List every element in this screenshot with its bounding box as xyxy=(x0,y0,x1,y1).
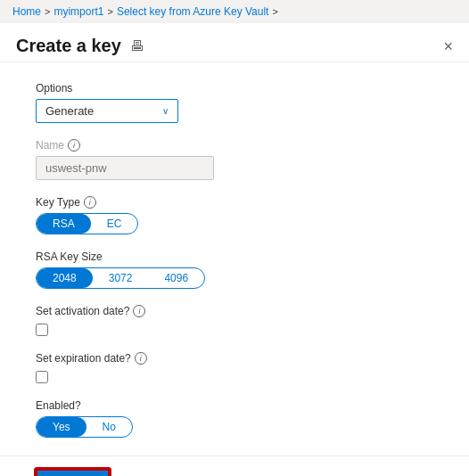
create-button[interactable]: Create xyxy=(36,469,110,476)
breadcrumb-sep-3: > xyxy=(272,6,277,17)
expiration-date-info-icon[interactable]: i xyxy=(135,352,147,365)
title-row: Create a key 🖶 xyxy=(16,36,144,56)
enabled-field: Enabled? Yes No xyxy=(36,399,433,438)
activation-date-checkbox[interactable] xyxy=(36,324,48,336)
rsa-key-size-toggle-group: 2048 3072 4096 xyxy=(36,267,205,289)
panel-body: Options Generate ∨ Name i Key Type i RSA… xyxy=(0,62,469,455)
activation-date-field: Set activation date? i xyxy=(36,305,433,336)
print-icon[interactable]: 🖶 xyxy=(130,38,144,54)
key-type-label: Key Type i xyxy=(36,196,433,209)
options-value: Generate xyxy=(45,104,94,118)
rsa-key-size-label: RSA Key Size xyxy=(36,250,433,263)
create-key-panel: Home > myimport1 > Select key from Azure… xyxy=(0,0,469,476)
panel-header: Create a key 🖶 × xyxy=(0,23,469,62)
expiration-date-field: Set expiration date? i xyxy=(36,352,433,383)
name-info-icon[interactable]: i xyxy=(68,139,80,152)
breadcrumb-select-key[interactable]: Select key from Azure Key Vault xyxy=(117,5,269,18)
breadcrumb-sep-1: > xyxy=(45,6,50,17)
options-dropdown[interactable]: Generate ∨ xyxy=(36,99,178,123)
breadcrumb-myimport[interactable]: myimport1 xyxy=(53,5,103,18)
activation-date-checkbox-wrap xyxy=(36,324,433,336)
name-input[interactable] xyxy=(36,156,214,180)
key-type-toggle-group: RSA EC xyxy=(36,213,138,234)
key-type-info-icon[interactable]: i xyxy=(84,196,96,209)
key-type-field: Key Type i RSA EC xyxy=(36,196,433,234)
breadcrumb-home[interactable]: Home xyxy=(12,5,41,18)
chevron-down-icon: ∨ xyxy=(162,106,169,116)
options-field: Options Generate ∨ xyxy=(36,82,433,123)
key-type-ec-button[interactable]: EC xyxy=(91,214,138,234)
enabled-toggle-group: Yes No xyxy=(36,416,133,438)
breadcrumb: Home > myimport1 > Select key from Azure… xyxy=(0,0,469,23)
activation-date-info-icon[interactable]: i xyxy=(133,305,145,317)
key-type-rsa-button[interactable]: RSA xyxy=(37,214,91,234)
enabled-label: Enabled? xyxy=(36,399,433,412)
expiration-date-checkbox-wrap xyxy=(36,371,433,383)
rsa-key-size-3072-button[interactable]: 3072 xyxy=(93,268,149,288)
expiration-date-checkbox[interactable] xyxy=(36,371,48,383)
breadcrumb-sep-2: > xyxy=(107,6,112,17)
expiration-date-label: Set expiration date? i xyxy=(36,352,433,365)
panel-footer: Create xyxy=(0,455,469,476)
enabled-no-button[interactable]: No xyxy=(86,417,132,437)
rsa-key-size-2048-button[interactable]: 2048 xyxy=(37,268,93,288)
page-title: Create a key xyxy=(16,36,121,56)
options-label: Options xyxy=(36,82,433,94)
name-label: Name i xyxy=(36,139,433,152)
activation-date-label: Set activation date? i xyxy=(36,305,433,317)
rsa-key-size-4096-button[interactable]: 4096 xyxy=(148,268,204,288)
rsa-key-size-field: RSA Key Size 2048 3072 4096 xyxy=(36,250,433,289)
name-field: Name i xyxy=(36,139,433,180)
enabled-yes-button[interactable]: Yes xyxy=(37,417,86,437)
close-icon[interactable]: × xyxy=(443,38,453,54)
